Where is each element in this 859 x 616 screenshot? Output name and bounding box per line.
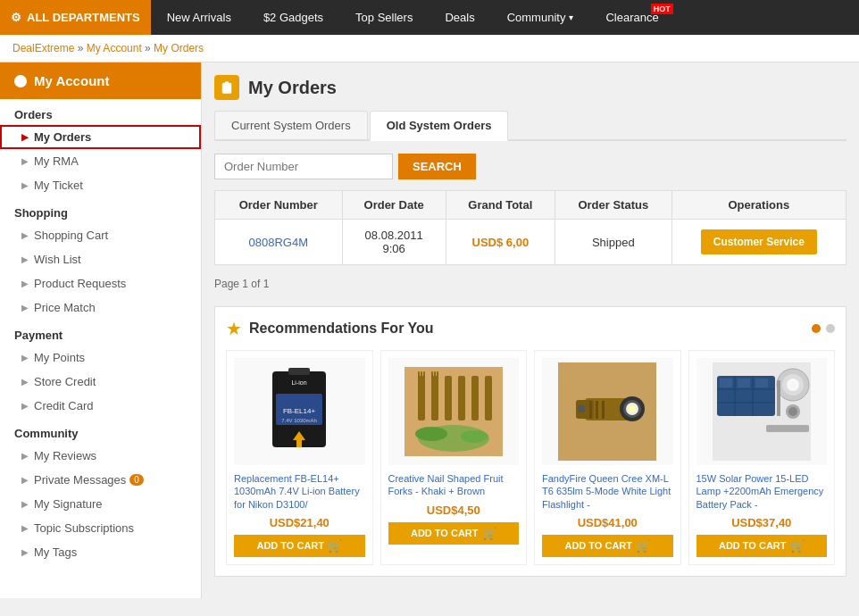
- col-operations: Operations: [671, 191, 846, 220]
- search-row: SEARCH: [214, 154, 846, 179]
- nav-clearance[interactable]: Clearance HOT: [589, 0, 674, 35]
- tab-old-orders[interactable]: Old System Orders: [370, 111, 509, 141]
- col-grand-total: Grand Total: [446, 191, 555, 220]
- svg-rect-1: [288, 368, 310, 375]
- triangle-icon: ▶: [21, 451, 29, 461]
- nav-2-gadgets[interactable]: $2 Gadgets: [247, 0, 339, 35]
- sidebar-item-my-orders[interactable]: ▶ My Orders: [0, 125, 201, 149]
- svg-rect-41: [738, 379, 750, 387]
- svg-rect-10: [421, 371, 422, 385]
- sidebar-item-credit-card[interactable]: ▶ Credit Card: [0, 394, 201, 418]
- tab-current-orders[interactable]: Current System Orders: [214, 111, 368, 139]
- svg-rect-14: [434, 371, 436, 385]
- orders-icon: [214, 75, 239, 100]
- search-button[interactable]: SEARCH: [398, 154, 476, 179]
- sidebar-item-topic-subscriptions[interactable]: ▶ Topic Subscriptions: [0, 516, 201, 540]
- breadcrumb-account[interactable]: My Account: [87, 42, 142, 54]
- reco-dot-2[interactable]: [826, 324, 835, 333]
- col-order-number: Order Number: [215, 191, 343, 220]
- order-total-cell: USD$ 6,00: [446, 220, 555, 265]
- svg-rect-42: [755, 379, 768, 387]
- triangle-icon: ▶: [21, 547, 29, 557]
- star-icon: ★: [226, 318, 242, 339]
- product-image-2: [388, 358, 520, 465]
- triangle-icon: ▶: [21, 499, 29, 509]
- sidebar-item-store-credit[interactable]: ▶ Store Credit: [0, 370, 201, 394]
- add-to-cart-button-1[interactable]: ADD TO CART 🛒: [234, 535, 365, 557]
- page-title: My Orders: [248, 78, 337, 98]
- table-row: 0808RG4M 08.08.20119:06 USD$ 6,00 Shippe…: [215, 220, 846, 265]
- order-number-link[interactable]: 0808RG4M: [249, 236, 308, 249]
- sidebar-item-my-signature[interactable]: ▶ My Signature: [0, 492, 201, 516]
- product-list: FB-EL14+ 7.4V 1030mAh Li-ion Replacement…: [226, 350, 835, 565]
- product-name-3: FandyFire Queen Cree XM-L T6 635lm 5-Mod…: [542, 472, 673, 511]
- sidebar-section-shopping: Shopping: [0, 197, 201, 223]
- all-departments-button[interactable]: ⚙ ALL DEPARTMENTS: [0, 0, 151, 35]
- sidebar-item-wish-list[interactable]: ▶ Wish List: [0, 247, 201, 271]
- sidebar-item-my-ticket[interactable]: ▶ My Ticket: [0, 173, 201, 197]
- product-image-1: FB-EL14+ 7.4V 1030mAh Li-ion: [234, 358, 365, 465]
- svg-rect-49: [766, 425, 809, 432]
- svg-point-29: [629, 405, 636, 412]
- pagination-info: Page 1 of 1: [214, 272, 846, 296]
- nav-community[interactable]: Community ▾: [491, 0, 590, 35]
- svg-text:7.4V 1030mAh: 7.4V 1030mAh: [281, 418, 317, 423]
- flashlight-svg: [558, 362, 656, 461]
- sidebar-item-my-reviews[interactable]: ▶ My Reviews: [0, 444, 201, 468]
- sidebar: My Account Orders ▶ My Orders ▶ My RMA ▶…: [0, 62, 202, 598]
- svg-rect-32: [602, 401, 605, 419]
- solar-svg: [713, 362, 811, 461]
- reco-dot-1[interactable]: [812, 324, 821, 333]
- sidebar-item-product-requests[interactable]: ▶ Product Requests: [0, 271, 201, 296]
- order-status-cell: Shipped: [555, 220, 671, 265]
- nav-top-sellers[interactable]: Top Sellers: [339, 0, 429, 35]
- product-image-3: [542, 358, 673, 465]
- svg-point-22: [461, 430, 488, 443]
- sidebar-item-private-messages[interactable]: ▶ Private Messages 0: [0, 468, 201, 492]
- cart-icon: 🛒: [482, 527, 496, 540]
- triangle-icon: ▶: [21, 377, 29, 387]
- product-card-1: FB-EL14+ 7.4V 1030mAh Li-ion Replacement…: [226, 350, 373, 565]
- order-date-cell: 08.08.20119:06: [342, 220, 446, 265]
- add-to-cart-button-4[interactable]: ADD TO CART 🛒: [696, 535, 828, 557]
- product-card-2: Creative Nail Shaped Fruit Forks - Khaki…: [380, 350, 528, 565]
- sidebar-header: My Account: [0, 62, 201, 99]
- triangle-icon: ▶: [21, 279, 29, 288]
- svg-point-45: [787, 379, 799, 391]
- breadcrumb-site[interactable]: DealExtreme: [13, 42, 74, 54]
- product-price-4: USD$37,40: [696, 516, 828, 529]
- svg-rect-17: [458, 376, 465, 420]
- nav-deals[interactable]: Deals: [429, 0, 490, 35]
- product-price-2: USD$4,50: [388, 504, 520, 517]
- sidebar-section-community: Community: [0, 418, 201, 444]
- product-name-4: 15W Solar Power 15-LED Lamp +2200mAh Eme…: [696, 472, 828, 511]
- sidebar-item-my-rma[interactable]: ▶ My RMA: [0, 149, 201, 173]
- sidebar-item-price-match[interactable]: ▶ Price Match: [0, 296, 201, 320]
- add-to-cart-button-3[interactable]: ADD TO CART 🛒: [542, 535, 673, 557]
- sidebar-item-my-tags[interactable]: ▶ My Tags: [0, 540, 201, 564]
- forks-svg: [404, 367, 503, 456]
- product-card-3: FandyFire Queen Cree XM-L T6 635lm 5-Mod…: [534, 350, 681, 565]
- order-number-input[interactable]: [214, 154, 393, 179]
- breadcrumb-current: My Orders: [154, 42, 204, 54]
- product-price-3: USD$41,00: [542, 516, 673, 529]
- svg-rect-40: [720, 379, 732, 387]
- nav-new-arrivals[interactable]: New Arrivals: [151, 0, 247, 35]
- customer-service-button[interactable]: Customer Service: [701, 229, 817, 254]
- triangle-icon: ▶: [21, 132, 29, 142]
- triangle-icon: ▶: [21, 303, 29, 312]
- sidebar-item-my-points[interactable]: ▶ My Points: [0, 345, 201, 370]
- all-departments-label: ALL DEPARTMENTS: [27, 11, 140, 24]
- sidebar-section-orders: Orders: [0, 99, 201, 125]
- product-price-1: USD$21,40: [234, 516, 365, 529]
- triangle-icon: ▶: [21, 353, 29, 362]
- add-to-cart-button-2[interactable]: ADD TO CART 🛒: [388, 522, 520, 545]
- recommendations-section: ★ Recommendations For You: [214, 306, 846, 577]
- svg-text:FB-EL14+: FB-EL14+: [283, 407, 316, 415]
- breadcrumb: DealExtreme » My Account » My Orders: [0, 35, 859, 62]
- triangle-icon: ▶: [21, 523, 29, 533]
- product-name-1: Replacement FB-EL14+ 1030mAh 7.4V Li-ion…: [234, 472, 365, 511]
- triangle-icon: ▶: [21, 230, 29, 240]
- sidebar-item-shopping-cart[interactable]: ▶ Shopping Cart: [0, 223, 201, 247]
- product-image-4: [696, 358, 828, 465]
